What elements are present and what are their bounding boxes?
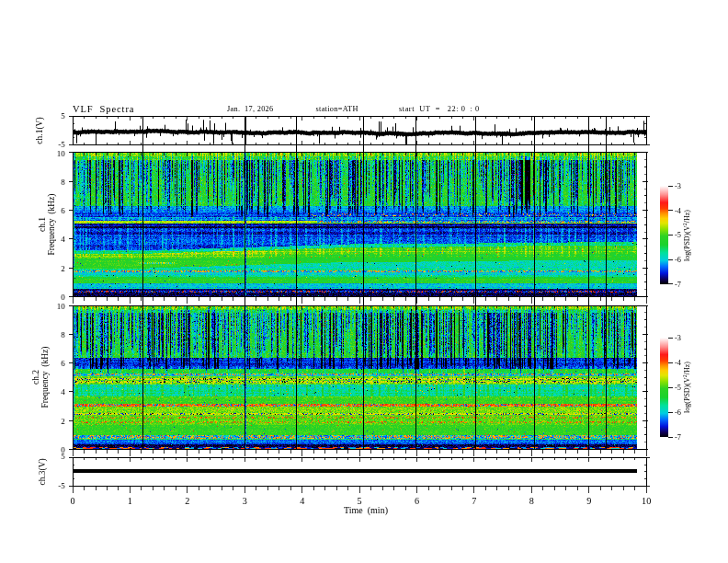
- svg-text:7: 7: [472, 496, 476, 506]
- svg-text:Jan. 17, 2026: Jan. 17, 2026: [227, 105, 274, 113]
- svg-text:-6: -6: [675, 408, 681, 417]
- svg-text:10: 10: [57, 302, 66, 311]
- svg-text:VLF Spectra: VLF Spectra: [73, 104, 134, 114]
- svg-text:-3: -3: [675, 334, 681, 342]
- svg-text:0: 0: [70, 496, 74, 506]
- svg-text:start UT = 22: 0 : 0: start UT = 22: 0 : 0: [399, 105, 480, 113]
- svg-text:8: 8: [529, 496, 534, 506]
- svg-text:Time (min): Time (min): [344, 505, 388, 516]
- svg-text:ch.1(V): ch.1(V): [35, 117, 45, 144]
- svg-text:9: 9: [586, 496, 591, 506]
- svg-text:-4: -4: [675, 207, 682, 215]
- svg-text:-7: -7: [675, 281, 681, 289]
- svg-text:log(PSD)(V2/Hz): log(PSD)(V2/Hz): [682, 210, 691, 261]
- svg-text:4: 4: [61, 387, 65, 396]
- svg-text:-3: -3: [675, 182, 681, 190]
- svg-text:4: 4: [61, 235, 65, 244]
- svg-text:4: 4: [300, 496, 304, 506]
- svg-text:8: 8: [61, 330, 65, 339]
- svg-text:0: 0: [61, 293, 65, 302]
- svg-text:-6: -6: [675, 256, 681, 264]
- svg-text:10: 10: [57, 149, 66, 158]
- svg-text:ch.3(V): ch.3(V): [38, 458, 48, 485]
- svg-text:5: 5: [61, 111, 65, 121]
- svg-text:2: 2: [61, 417, 65, 426]
- svg-text:Frequency (kHz): Frequency (kHz): [47, 193, 57, 255]
- svg-text:-5: -5: [58, 481, 65, 490]
- svg-text:-7: -7: [675, 433, 681, 442]
- svg-text:8: 8: [61, 178, 65, 187]
- svg-text:0: 0: [61, 445, 65, 454]
- svg-text:6: 6: [61, 206, 65, 215]
- svg-text:Frequency (kHz): Frequency (kHz): [40, 346, 51, 408]
- svg-text:ch.2: ch.2: [31, 370, 40, 385]
- svg-text:log(PSD)(V2/Hz): log(PSD)(V2/Hz): [682, 362, 691, 413]
- svg-text:3: 3: [243, 496, 247, 506]
- svg-text:-5: -5: [675, 384, 681, 392]
- svg-text:2: 2: [185, 496, 189, 506]
- svg-text:10: 10: [642, 496, 651, 506]
- svg-text:6: 6: [61, 359, 65, 368]
- svg-text:2: 2: [61, 264, 65, 273]
- svg-text:1: 1: [128, 496, 132, 506]
- svg-text:-5: -5: [675, 231, 681, 239]
- svg-text:6: 6: [415, 496, 419, 506]
- svg-text:ch.1: ch.1: [38, 217, 47, 232]
- svg-text:-4: -4: [675, 359, 682, 367]
- svg-text:station=ATH: station=ATH: [316, 105, 358, 113]
